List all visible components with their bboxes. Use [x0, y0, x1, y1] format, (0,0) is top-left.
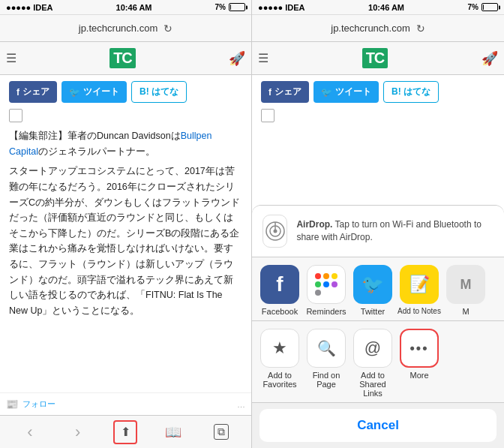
action-more[interactable]: ••• More	[396, 329, 442, 380]
app-icon-more-app[interactable]: M M	[442, 265, 489, 316]
left-bookmarks-btn[interactable]: 📖	[161, 420, 185, 444]
left-checkbox-area	[9, 109, 242, 122]
left-article: 【編集部注】筆者のDuncan DavidsonはBullpen Capital…	[9, 128, 242, 319]
star-icon: ★	[272, 338, 287, 358]
left-share-buttons: f シェア 🐦 ツイート B! はてな	[9, 81, 242, 103]
notes-icon: 📝	[410, 275, 430, 294]
left-time: 10:46 AM	[116, 3, 152, 12]
left-menu-icon[interactable]: ☰	[6, 51, 16, 65]
app-icon-reminders[interactable]: Reminders	[303, 265, 350, 316]
right-menu-icon[interactable]: ☰	[258, 51, 268, 65]
left-tw-share[interactable]: 🐦 ツイート	[62, 81, 127, 103]
app-icon-notes[interactable]: 📝 Add to Notes	[396, 265, 442, 315]
left-carrier: ●●●●● IDEA	[6, 3, 53, 12]
left-tabs-btn[interactable]: ⧉	[209, 420, 233, 444]
left-rocket-icon[interactable]: 🚀	[229, 50, 245, 67]
forward-icon: ›	[75, 422, 80, 442]
airdrop-text: AirDrop. Tap to turn on Wi-Fi and Blueto…	[296, 218, 494, 244]
ellipsis-icon: •••	[410, 341, 429, 356]
right-fb-icon: f	[268, 87, 272, 98]
article-intro2: のジェネラルパートナー。	[38, 146, 155, 157]
airdrop-row: AirDrop. Tap to turn on Wi-Fi and Blueto…	[252, 206, 504, 257]
right-checkbox-area	[261, 109, 495, 122]
right-logo: TC	[362, 48, 388, 68]
more-app-letter: M	[460, 277, 472, 293]
reminders-dots	[312, 270, 340, 299]
right-fb-share[interactable]: f シェア	[261, 81, 309, 103]
left-content: f シェア 🐦 ツイート B! はてな 【編集部注】筆者のDuncan Davi…	[0, 75, 251, 392]
right-tw-share[interactable]: 🐦 ツイート	[314, 81, 379, 103]
left-logo-box: TC	[110, 48, 136, 68]
article-intro: 【編集部注】筆者のDuncan Davidsonは	[9, 131, 181, 141]
left-nav-bar: ☰ TC 🚀	[0, 42, 251, 75]
left-fb-share[interactable]: f シェア	[9, 81, 57, 103]
action-add-shared-links[interactable]: @ Add toShared Links	[350, 329, 396, 398]
action-find-on-page[interactable]: 🔍 Find on Page	[303, 329, 350, 389]
right-share-buttons: f シェア 🐦 ツイート B! はてな	[261, 81, 495, 103]
right-checkbox[interactable]	[261, 109, 274, 122]
action-add-favorites[interactable]: ★ Add toFavorites	[256, 329, 303, 389]
airdrop-title: AirDrop.	[296, 219, 332, 230]
right-time: 10:46 AM	[368, 3, 404, 12]
add-favorites-icon-wrap: ★	[260, 329, 299, 368]
facebook-icon-letter: f	[276, 272, 283, 296]
action-icons-row: ★ Add toFavorites 🔍 Find on Page @ Add t…	[252, 321, 504, 403]
right-hatena-label: B! はてな	[392, 86, 430, 98]
find-on-page-label: Find on Page	[303, 371, 350, 389]
fb-label: シェア	[22, 86, 50, 98]
add-favorites-label: Add toFavorites	[262, 371, 296, 389]
more-action-icon-wrap: •••	[400, 329, 439, 368]
bookmarks-icon: 📖	[165, 424, 182, 440]
right-fb-label: シェア	[274, 86, 302, 98]
left-status-bar: ●●●●● IDEA 10:46 AM 7%	[0, 0, 251, 15]
facebook-label: Facebook	[262, 307, 298, 316]
share-sheet: AirDrop. Tap to turn on Wi-Fi and Blueto…	[252, 205, 504, 448]
article-body: スタートアップエコシステムにとって、2017年は苦難の年になるだろう。2016年…	[9, 164, 242, 318]
right-logo-box: TC	[362, 48, 388, 68]
right-battery-pct: 7%	[468, 3, 478, 11]
left-hatena-share[interactable]: B! はてな	[131, 81, 187, 103]
left-battery: 7%	[215, 3, 245, 11]
right-nav-bar: ☰ TC 🚀	[252, 42, 504, 75]
notes-app-icon: 📝	[400, 265, 439, 304]
left-panel: ●●●●● IDEA 10:46 AM 7% jp.techcrunch.com…	[0, 0, 252, 448]
app-icon-facebook[interactable]: f Facebook	[256, 265, 303, 316]
left-url-bar[interactable]: jp.techcrunch.com ↻	[0, 15, 251, 42]
left-back-btn[interactable]: ‹	[18, 420, 42, 444]
follow-icon: 📰	[6, 398, 18, 410]
airdrop-icon	[262, 215, 287, 248]
tw-icon: 🐦	[69, 87, 80, 98]
twitter-label: Twitter	[361, 307, 385, 316]
fb-icon: f	[16, 87, 20, 98]
left-forward-btn[interactable]: ›	[66, 420, 90, 444]
reminders-label: Reminders	[306, 307, 346, 316]
left-url-text: jp.techcrunch.com	[79, 23, 158, 34]
left-battery-fill	[230, 5, 231, 10]
right-refresh-icon[interactable]: ↻	[416, 23, 425, 35]
left-refresh-icon[interactable]: ↻	[164, 23, 172, 35]
right-hatena-share[interactable]: B! はてな	[383, 81, 439, 103]
follow-more[interactable]: …	[237, 400, 245, 409]
cancel-button[interactable]: Cancel	[260, 409, 496, 442]
facebook-app-icon: f	[260, 265, 299, 304]
right-url-text: jp.techcrunch.com	[331, 23, 410, 34]
at-icon: @	[364, 338, 381, 358]
notes-label: Add to Notes	[398, 307, 441, 315]
left-logo: TC	[110, 48, 136, 68]
right-panel: ●●●●● IDEA 10:46 AM 7% jp.techcrunch.com…	[252, 0, 504, 448]
right-status-bar: ●●●●● IDEA 10:46 AM 7%	[252, 0, 504, 15]
left-bottom-toolbar: ‹ › ⬆ 📖 ⧉	[0, 415, 251, 448]
left-share-btn[interactable]: ⬆	[113, 420, 137, 444]
left-battery-pct: 7%	[215, 3, 226, 11]
right-url-bar[interactable]: jp.techcrunch.com ↻	[252, 15, 504, 42]
more-app-label: M	[462, 307, 469, 316]
left-checkbox[interactable]	[9, 109, 22, 122]
right-rocket-icon[interactable]: 🚀	[482, 50, 498, 67]
twitter-bird-icon: 🐦	[362, 274, 384, 295]
follow-label[interactable]: フォロー	[22, 398, 56, 410]
share-icon: ⬆	[121, 425, 130, 439]
app-icon-twitter[interactable]: 🐦 Twitter	[350, 265, 396, 316]
search-icon: 🔍	[317, 339, 336, 357]
app-icons-row: f Facebook	[252, 257, 504, 321]
reminders-app-icon	[307, 265, 346, 304]
